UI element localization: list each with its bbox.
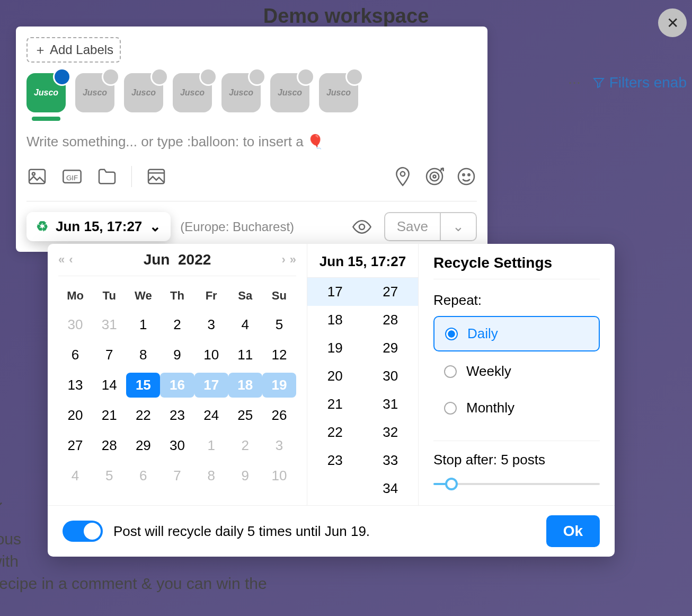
calendar-day[interactable]: 9 (228, 463, 262, 488)
calendar-day[interactable]: 1 (194, 433, 228, 458)
calendar-day[interactable]: 2 (228, 433, 262, 458)
calendar-day[interactable]: 7 (92, 342, 126, 367)
minute-option[interactable]: 28 (363, 306, 419, 334)
plus-icon: ＋ (34, 41, 47, 58)
calendar-day[interactable]: 2 (160, 312, 194, 337)
account-tile-twitter[interactable]: Jusco (75, 73, 114, 112)
emoji-icon[interactable] (456, 166, 477, 187)
account-tile-instagram[interactable]: Jusco (173, 73, 212, 112)
date-time-picker: « ‹ Jun 2022 › » MoTuWeThFrSaSu303112345… (48, 244, 615, 557)
calendar-day[interactable]: 6 (58, 342, 92, 367)
calendar-day[interactable]: 8 (194, 463, 228, 488)
minute-option[interactable]: 29 (363, 334, 419, 362)
hour-option[interactable]: 23 (307, 446, 363, 474)
calendar-day[interactable]: 19 (262, 373, 296, 398)
schedule-date-dropdown[interactable]: ♻ Jun 15, 17:27 ⌄ (26, 212, 171, 241)
hour-option[interactable]: 17 (307, 278, 363, 306)
calendar-day[interactable]: 26 (262, 403, 296, 428)
calendar-day[interactable]: 28 (92, 433, 126, 458)
calendar-day[interactable]: 16 (160, 373, 194, 398)
calendar-day[interactable]: 20 (58, 403, 92, 428)
calendar-day[interactable]: 8 (126, 342, 160, 367)
calendar-day[interactable]: 11 (228, 342, 262, 367)
calendar-day[interactable]: 4 (228, 312, 262, 337)
save-dropdown-button[interactable]: ⌄ (441, 212, 477, 241)
calendar-day[interactable]: 18 (228, 373, 262, 398)
account-tile-youtube[interactable]: Jusco (270, 73, 309, 112)
minute-list[interactable]: 2728293031323334 (363, 278, 419, 495)
calendar-day[interactable]: 23 (160, 403, 194, 428)
calendar-day[interactable]: 24 (194, 403, 228, 428)
calendar-day[interactable]: 31 (92, 312, 126, 337)
account-tile-google[interactable]: Jusco (221, 73, 261, 112)
calendar-day[interactable]: 7 (160, 463, 194, 488)
calendar-day[interactable]: 29 (126, 433, 160, 458)
calendar-day[interactable]: 30 (58, 312, 92, 337)
minute-option[interactable]: 27 (363, 278, 419, 306)
repeat-option-label: Weekly (466, 363, 511, 380)
hour-option[interactable]: 21 (307, 390, 363, 418)
account-tile-tiktok[interactable]: Jusco (319, 73, 358, 112)
calendar-day[interactable]: 12 (262, 342, 296, 367)
account-tile-facebook[interactable]: Jusco (26, 73, 66, 112)
account-tile-linkedin[interactable]: Jusco (124, 73, 163, 112)
image-icon[interactable] (26, 166, 48, 187)
filters-button[interactable]: Filters enab (592, 74, 687, 91)
calendar-day[interactable]: 10 (194, 342, 228, 367)
calendar-day[interactable]: 14 (92, 373, 126, 398)
calendar-day[interactable]: 22 (126, 403, 160, 428)
calendar-day[interactable]: 9 (160, 342, 194, 367)
calendar-day[interactable]: 5 (92, 463, 126, 488)
youtube-icon (297, 68, 315, 86)
prev-month-button[interactable]: ‹ (69, 253, 73, 267)
svg-point-8 (430, 172, 439, 181)
next-month-button[interactable]: › (281, 253, 285, 267)
minute-option[interactable]: 34 (363, 474, 419, 495)
hour-option[interactable]: 19 (307, 334, 363, 362)
repeat-option-daily[interactable]: Daily (433, 316, 600, 351)
hour-option[interactable]: 22 (307, 418, 363, 446)
calendar-day[interactable]: 30 (160, 433, 194, 458)
gif-icon[interactable]: GIF (61, 166, 83, 187)
calendar-day[interactable]: 3 (262, 433, 296, 458)
stop-after-slider[interactable] (433, 478, 600, 490)
close-button[interactable]: ✕ (658, 8, 687, 37)
target-icon[interactable] (424, 166, 445, 187)
calendar-day[interactable]: 21 (92, 403, 126, 428)
hour-option[interactable]: 18 (307, 306, 363, 334)
minute-option[interactable]: 30 (363, 362, 419, 390)
location-icon[interactable] (392, 166, 413, 187)
hour-list[interactable]: 17181920212223 (307, 278, 363, 495)
minute-option[interactable]: 33 (363, 446, 419, 474)
recycle-toggle[interactable] (63, 521, 103, 542)
recycle-icon: ♻ (36, 218, 48, 235)
repeat-option-weekly[interactable]: Weekly (433, 355, 600, 388)
add-labels-button[interactable]: ＋ Add Labels (26, 37, 121, 63)
compose-input[interactable]: Write something... or type :balloon: to … (26, 134, 477, 150)
repeat-option-monthly[interactable]: Monthly (433, 391, 600, 425)
preview-button[interactable] (351, 216, 372, 237)
calendar-day[interactable]: 15 (126, 373, 160, 398)
hour-option[interactable]: 20 (307, 362, 363, 390)
prev-year-button[interactable]: « (58, 253, 65, 267)
calendar-day[interactable]: 5 (262, 312, 296, 337)
minute-option[interactable]: 32 (363, 418, 419, 446)
minute-option[interactable]: 31 (363, 390, 419, 418)
ok-button[interactable]: Ok (546, 515, 600, 547)
calendar-day[interactable]: 13 (58, 373, 92, 398)
calendar-day[interactable]: 17 (194, 373, 228, 398)
calendar-day[interactable]: 25 (228, 403, 262, 428)
twitter-icon (102, 68, 120, 86)
calendar-day[interactable]: 27 (58, 433, 92, 458)
media-library-icon[interactable] (146, 166, 167, 187)
calendar-day[interactable]: 6 (126, 463, 160, 488)
calendar-day[interactable]: 1 (126, 312, 160, 337)
calendar-day[interactable]: 3 (194, 312, 228, 337)
folder-icon[interactable] (96, 166, 118, 187)
calendar-day[interactable]: 10 (262, 463, 296, 488)
facebook-icon (53, 68, 71, 86)
more-menu-button[interactable]: ⋯ (568, 75, 582, 90)
next-year-button[interactable]: » (290, 253, 296, 267)
save-button[interactable]: Save (384, 212, 441, 241)
calendar-day[interactable]: 4 (58, 463, 92, 488)
